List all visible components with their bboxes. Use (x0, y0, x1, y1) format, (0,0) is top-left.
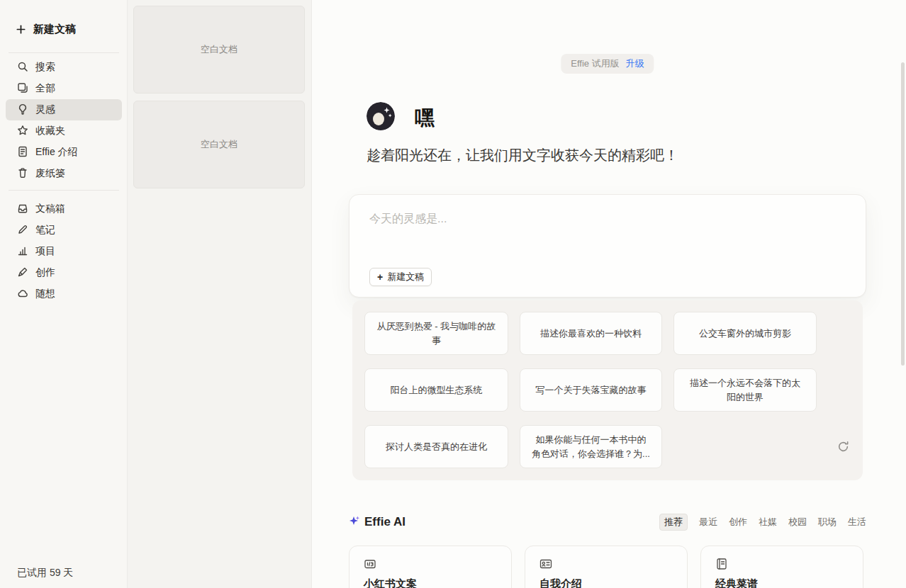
cloud-icon (17, 288, 28, 301)
suggestion-chip[interactable]: 公交车窗外的城市剪影 (673, 312, 817, 355)
suggestion-chip[interactable]: 如果你能与任何一本书中的角色对话，你会选择谁？为... (520, 425, 662, 468)
ai-category-tabs: 推荐 最近 创作 社媒 校园 职场 生活 (659, 514, 866, 531)
document-card-title: 空白文档 (201, 138, 237, 151)
effie-ai-section-header: Effie AI 推荐 最近 创作 社媒 校园 职场 生活 (349, 511, 866, 533)
sidebar-item-label: 创作 (35, 266, 55, 279)
effie-ai-title-text: Effie AI (364, 515, 406, 529)
sidebar-item-docbox[interactable]: 文稿箱 (6, 198, 122, 220)
lightbulb-icon (17, 103, 28, 117)
sidebar-item-label: 随想 (35, 288, 55, 300)
trial-days-text: 已试用 59 天 (17, 567, 73, 579)
assistant-avatar (367, 102, 395, 130)
upgrade-link[interactable]: 升级 (626, 57, 644, 70)
create-document-label: 新建文稿 (387, 271, 424, 283)
trash-icon (17, 167, 28, 181)
sidebar-item-all[interactable]: 全部 (6, 78, 122, 99)
star-icon (17, 125, 28, 138)
document-card-title: 空白文档 (201, 43, 237, 56)
main-content: Effie 试用版 升级 嘿 趁着阳光还在，让我们用文字收获今天的精彩吧！ + … (312, 0, 906, 588)
inspiration-input-card: + 新建文稿 (349, 194, 866, 298)
sidebar-item-label: 废纸篓 (35, 167, 65, 180)
plus-icon (16, 24, 26, 35)
sidebar-item-label: 全部 (35, 82, 55, 95)
pen-nib-icon (17, 266, 28, 280)
sparkle-icon (349, 515, 360, 530)
ai-card-recipes[interactable]: 经典菜谱 (700, 545, 863, 588)
sidebar-item-search[interactable]: 搜索 (6, 57, 122, 78)
document-card[interactable]: 空白文档 (133, 101, 305, 188)
recipe-book-icon (715, 558, 728, 573)
sidebar-nav-primary: 搜索 全部 灵感 收藏夹 Effie 介绍 废纸篓 (0, 57, 128, 184)
sidebar-item-label: 灵感 (35, 103, 55, 116)
app-window: 新建文稿 搜索 全部 灵感 收藏夹 Effie 介绍 (0, 0, 906, 588)
suggestion-chip[interactable]: 描述一个永远不会落下的太阳的世界 (673, 368, 817, 412)
sidebar-item-label: 笔记 (35, 224, 55, 237)
sidebar-item-thoughts[interactable]: 随想 (6, 283, 122, 305)
sidebar-item-label: Effie 介绍 (35, 146, 78, 159)
plus-icon: + (377, 272, 383, 282)
document-list-panel: 空白文档 空白文档 (128, 0, 312, 588)
search-icon (17, 61, 28, 74)
greeting-heading: 嘿 (415, 105, 435, 132)
sidebar-item-label: 文稿箱 (35, 203, 65, 215)
sidebar-item-effie-intro[interactable]: Effie 介绍 (6, 142, 122, 163)
tab-recommended[interactable]: 推荐 (659, 514, 688, 531)
tab-creation[interactable]: 创作 (729, 516, 747, 528)
bar-chart-icon (17, 245, 28, 259)
create-document-button[interactable]: + 新建文稿 (369, 268, 432, 286)
ai-card-title: 经典菜谱 (715, 577, 758, 588)
sidebar-item-notes[interactable]: 笔记 (6, 220, 122, 241)
tab-campus[interactable]: 校园 (788, 516, 807, 528)
ai-template-cards: 小红书文案 自我介绍 经典菜谱 (349, 545, 863, 588)
suggestion-chip[interactable]: 探讨人类是否真的在进化 (364, 425, 508, 468)
suggestion-chip[interactable]: 阳台上的微型生态系统 (364, 368, 508, 412)
ai-card-title: 小红书文案 (364, 577, 417, 588)
id-card-icon (539, 558, 552, 573)
document-icon (17, 146, 28, 159)
divider (9, 190, 119, 191)
sidebar-item-trash[interactable]: 废纸篓 (6, 163, 122, 184)
pencil-icon (17, 224, 28, 237)
refresh-suggestions-button[interactable] (837, 441, 849, 453)
tab-workplace[interactable]: 职场 (818, 516, 837, 528)
sidebar-item-inspiration[interactable]: 灵感 (6, 99, 122, 120)
ai-card-xiaohongshu[interactable]: 小红书文案 (349, 545, 512, 588)
suggestions-panel: 从厌恶到热爱 - 我与咖啡的故事 描述你最喜欢的一种饮料 公交车窗外的城市剪影 … (352, 300, 863, 480)
ai-card-self-intro[interactable]: 自我介绍 (525, 545, 688, 588)
divider (9, 52, 119, 53)
sidebar-item-projects[interactable]: 项目 (6, 241, 122, 262)
suggestion-chip[interactable]: 描述你最喜欢的一种饮料 (520, 312, 662, 355)
new-document-button[interactable]: 新建文稿 (16, 23, 76, 36)
inspiration-input[interactable] (369, 212, 846, 259)
document-card[interactable]: 空白文档 (133, 6, 305, 94)
sidebar-nav-folders: 文稿箱 笔记 项目 创作 随想 (0, 198, 128, 305)
trial-badge: Effie 试用版 升级 (561, 54, 654, 74)
effie-ai-title: Effie AI (349, 515, 406, 530)
sidebar-item-label: 收藏夹 (35, 125, 65, 137)
sidebar-item-favorites[interactable]: 收藏夹 (6, 120, 122, 142)
new-document-label: 新建文稿 (33, 23, 76, 36)
sidebar-item-creation[interactable]: 创作 (6, 262, 122, 283)
suggestions-grid: 从厌恶到热爱 - 我与咖啡的故事 描述你最喜欢的一种饮料 公交车窗外的城市剪影 … (364, 312, 817, 468)
sidebar-item-label: 项目 (35, 245, 55, 258)
sidebar: 新建文稿 搜索 全部 灵感 收藏夹 Effie 介绍 (0, 0, 128, 588)
signboard-icon (364, 558, 376, 573)
tab-recent[interactable]: 最近 (699, 516, 717, 528)
all-documents-icon (17, 82, 28, 96)
sidebar-item-label: 搜索 (35, 61, 55, 74)
trial-badge-text: Effie 试用版 (571, 57, 619, 70)
scrollbar-thumb[interactable] (901, 62, 905, 366)
refresh-icon (837, 444, 849, 455)
tab-life[interactable]: 生活 (848, 516, 866, 528)
inbox-icon (17, 203, 28, 216)
suggestion-chip[interactable]: 写一个关于失落宝藏的故事 (520, 368, 662, 412)
ai-card-title: 自我介绍 (539, 577, 582, 588)
suggestion-chip[interactable]: 从厌恶到热爱 - 我与咖啡的故事 (364, 312, 508, 355)
tab-social-media[interactable]: 社媒 (759, 516, 777, 528)
assistant-avatar-graphic (367, 102, 395, 130)
greeting-subtitle: 趁着阳光还在，让我们用文字收获今天的精彩吧！ (367, 146, 678, 165)
